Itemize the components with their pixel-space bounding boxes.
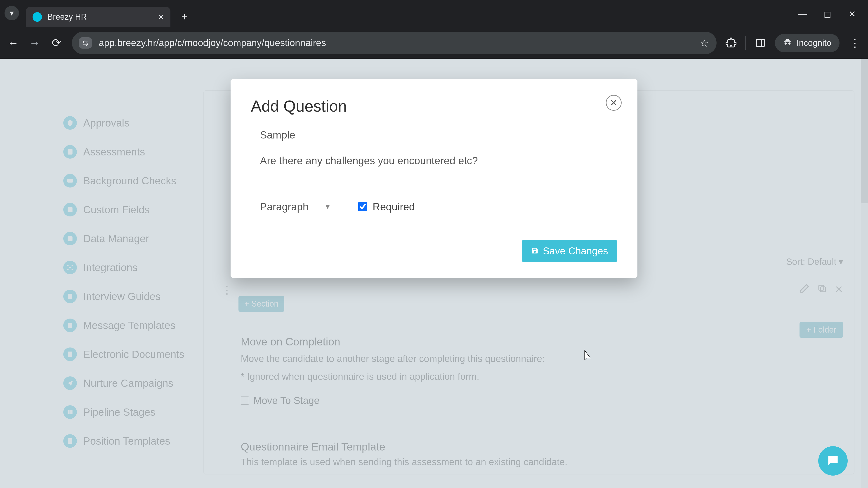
close-icon: ✕: [610, 98, 618, 108]
chat-icon: [826, 454, 840, 468]
page-viewport: Approvals Assessments Background Checks …: [0, 59, 868, 488]
required-checkbox-wrap[interactable]: Required: [358, 201, 415, 213]
browser-chrome: ▾ Breezy HR × + — ◻ ✕ ← → ⟳ ⇆ app.breezy…: [0, 0, 868, 59]
required-checkbox[interactable]: [358, 202, 367, 211]
favicon-icon: [33, 12, 42, 22]
address-bar[interactable]: ⇆ app.breezy.hr/app/c/moodjoy/company/qu…: [72, 32, 717, 54]
save-icon: [531, 246, 539, 257]
save-changes-button[interactable]: Save Changes: [522, 240, 617, 262]
forward-button[interactable]: →: [29, 37, 41, 49]
tab-title: Breezy HR: [48, 12, 153, 22]
url-text: app.breezy.hr/app/c/moodjoy/company/ques…: [99, 37, 692, 48]
type-value: Paragraph: [260, 201, 309, 213]
toolbar-divider: [745, 36, 746, 50]
maximize-icon[interactable]: ◻: [823, 9, 832, 19]
modal-close-button[interactable]: ✕: [606, 95, 622, 111]
question-label-input[interactable]: Sample: [260, 129, 608, 141]
close-window-icon[interactable]: ✕: [848, 9, 857, 19]
question-options-row: Paragraph ▼ Required: [260, 201, 608, 213]
incognito-badge[interactable]: Incognito: [775, 34, 839, 52]
tab-strip: ▾ Breezy HR × + — ◻ ✕: [0, 0, 868, 27]
save-label: Save Changes: [543, 246, 608, 257]
tab-close-icon[interactable]: ×: [158, 12, 164, 22]
window-controls: — ◻ ✕: [798, 9, 857, 19]
chat-support-button[interactable]: [818, 446, 848, 476]
chevron-down-icon: ▼: [324, 203, 331, 210]
minimize-icon[interactable]: —: [798, 9, 807, 19]
question-type-select[interactable]: Paragraph ▼: [260, 201, 331, 213]
add-question-modal: ✕ Add Question Sample Are there any chal…: [230, 79, 638, 278]
incognito-icon: [783, 37, 792, 48]
site-info-icon[interactable]: ⇆: [79, 37, 92, 48]
browser-toolbar: ← → ⟳ ⇆ app.breezy.hr/app/c/moodjoy/comp…: [0, 27, 868, 59]
question-text-input[interactable]: Are there any challenges you encountered…: [260, 155, 608, 167]
tab-search-dropdown[interactable]: ▾: [4, 6, 19, 20]
required-label: Required: [373, 201, 415, 213]
svg-rect-0: [756, 39, 765, 46]
extensions-icon[interactable]: [725, 37, 737, 48]
incognito-label: Incognito: [797, 38, 831, 48]
back-button[interactable]: ←: [7, 37, 20, 49]
side-panel-icon[interactable]: [755, 37, 766, 48]
bookmark-icon[interactable]: ☆: [699, 37, 710, 48]
modal-title: Add Question: [251, 97, 617, 115]
chevron-down-icon: ▾: [10, 8, 14, 18]
browser-tab[interactable]: Breezy HR ×: [26, 7, 170, 27]
browser-menu-icon[interactable]: ⋮: [848, 37, 861, 49]
new-tab-button[interactable]: +: [177, 9, 192, 24]
reload-button[interactable]: ⟳: [50, 37, 63, 49]
